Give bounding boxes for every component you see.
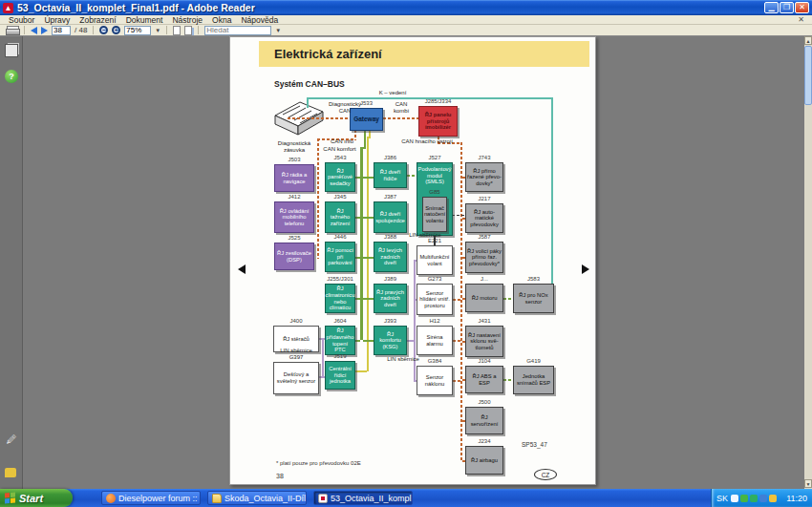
antivirus-icon[interactable] xyxy=(740,495,748,502)
menu-n-stroje[interactable]: Nástroje xyxy=(167,15,207,25)
footnote: * platí pouze pro převodovku 02E xyxy=(276,460,361,466)
toolbar-separator xyxy=(24,26,25,34)
node-j412-code: J412 xyxy=(274,194,314,200)
firefox-icon xyxy=(106,494,116,503)
diagram-edge xyxy=(322,339,324,377)
menu--pravy[interactable]: Úpravy xyxy=(39,15,75,25)
update-icon[interactable] xyxy=(759,495,767,502)
node-g273: Senzor hlídání vnitř. prostoru xyxy=(417,284,453,315)
taskbar-task-folder[interactable]: Skoda_Octavia_II-Díl... xyxy=(207,491,307,505)
zoom-out-button[interactable]: − xyxy=(99,26,108,34)
node-j743: ŘJ přímo řazené převo- dovky* xyxy=(465,162,503,192)
zoom-level-input[interactable] xyxy=(124,26,151,35)
node-j743-code: J743 xyxy=(465,155,503,160)
node-g419: Jednotka snímačů ESP xyxy=(513,366,554,394)
scroll-up-icon[interactable]: ▲ xyxy=(804,36,812,45)
fit-width-button[interactable] xyxy=(173,26,181,35)
diagram-edge xyxy=(355,257,360,259)
menu-dokument[interactable]: Dokument xyxy=(121,15,168,25)
node-j-: ŘJ motoru xyxy=(465,284,503,312)
zoom-in-button[interactable]: + xyxy=(112,26,120,34)
diagram-label: LIN sběrnice xyxy=(381,356,425,363)
zoom-dropdown-icon[interactable]: ▼ xyxy=(155,28,160,33)
node-h12: Siréna alarmu xyxy=(417,326,453,355)
node-j234-code: J234 xyxy=(465,438,503,444)
navigation-pane: ? 🖉 xyxy=(0,36,23,489)
language-indicator[interactable]: SK xyxy=(716,494,728,503)
minimize-button[interactable]: ▁ xyxy=(764,2,779,13)
fit-page-button[interactable] xyxy=(184,26,192,35)
adobe-reader-icon: ▲ xyxy=(3,3,13,13)
node-j583-code: J583 xyxy=(513,276,554,282)
next-page-button[interactable] xyxy=(41,27,48,34)
pdf-icon xyxy=(318,494,328,503)
menu-soubor[interactable]: Soubor xyxy=(4,15,39,25)
page-total-label: / 48 xyxy=(75,26,87,34)
figure-code: SP53_47 xyxy=(522,441,547,448)
node-j389-code: J389 xyxy=(374,276,407,282)
close-button[interactable]: ✕ xyxy=(795,2,809,13)
task-label: Dieselpower forum :: ... xyxy=(118,494,201,503)
node-g85-code: G85 xyxy=(422,189,447,195)
page-number: 38 xyxy=(276,473,284,479)
registration-mark-right xyxy=(582,264,589,274)
node-j393: ŘJ komfortu (KSG) xyxy=(374,326,407,355)
node-j587-code: J587 xyxy=(465,234,503,240)
taskbar-task-firefox[interactable]: Dieselpower forum :: ... xyxy=(101,491,201,505)
diagram-edge xyxy=(407,340,414,342)
diagram-edge xyxy=(453,380,460,382)
agent-icon[interactable] xyxy=(750,495,758,502)
start-button[interactable]: Start xyxy=(0,489,73,507)
node-j285-j334: ŘJ panelu přístrojů imobilizér xyxy=(418,106,458,137)
document-area: Elektrická zařízení Systém CAN–BUS J533G… xyxy=(23,36,804,489)
node-j255-j301: ŘJ climatronicu nebo climaticu xyxy=(325,284,355,313)
search-dropdown-icon[interactable]: ▼ xyxy=(275,28,281,33)
node-j388: ŘJ levých zadních dveří xyxy=(374,242,407,272)
node-j503: ŘJ rádia a navigace xyxy=(274,164,314,192)
node-j234: ŘJ airbagu xyxy=(465,446,503,475)
print-button[interactable] xyxy=(6,26,18,34)
node-j587: ŘJ volicí páky přímo řaz. převodovky* xyxy=(465,242,503,273)
diagram-edge xyxy=(367,137,369,371)
close-document-icon[interactable]: ✕ xyxy=(793,15,809,24)
pages-panel-icon[interactable] xyxy=(5,44,18,57)
scroll-down-icon[interactable]: ▼ xyxy=(804,479,812,488)
diagram-edge xyxy=(363,298,374,300)
node-j393-code: J393 xyxy=(374,318,407,324)
vertical-scrollbar[interactable]: ▲ ▼ xyxy=(804,36,812,489)
start-label: Start xyxy=(19,493,43,504)
node-j104: ŘJ ABS a ESP xyxy=(465,366,503,393)
diagram-edge xyxy=(460,142,462,461)
node-j519: Centrální řídicí jednotka xyxy=(325,361,355,390)
attachments-icon[interactable]: 🖉 xyxy=(5,433,18,446)
windows-flag-icon xyxy=(5,492,15,503)
diagram-label: CAN hnacího ústrojí xyxy=(391,138,463,145)
node-j386: ŘJ dveří řidiče xyxy=(374,162,407,188)
clock[interactable]: 11:20 xyxy=(786,494,807,503)
page-number-input[interactable] xyxy=(52,26,71,35)
messenger-icon[interactable] xyxy=(769,495,777,502)
comments-icon[interactable] xyxy=(5,468,16,477)
taskbar: Start Dieselpower forum :: ...Skoda_Octa… xyxy=(0,489,812,507)
previous-page-button[interactable] xyxy=(31,27,37,34)
node-j386-code: J386 xyxy=(374,155,407,160)
diagram-edge xyxy=(355,298,360,300)
node-j503-code: J503 xyxy=(274,157,314,162)
volume-icon[interactable] xyxy=(731,495,738,502)
menu-zobrazen-[interactable]: Zobrazení xyxy=(75,15,120,25)
maximize-button[interactable]: ❐ xyxy=(780,2,794,13)
toolbar-separator xyxy=(93,26,94,34)
node-j217: ŘJ auto- matické převodovky xyxy=(465,203,503,233)
menu-n-pov-da[interactable]: Nápověda xyxy=(236,15,283,25)
diagram-edge xyxy=(363,340,374,342)
diagram-edge xyxy=(364,130,366,148)
node-j446-code: J446 xyxy=(325,234,355,240)
diagnostic-connector-graphic xyxy=(271,100,327,138)
scrollbar-thumb[interactable] xyxy=(804,46,812,105)
node-j431-code: J431 xyxy=(465,318,503,324)
node-j431: ŘJ nastavení sklonu svě- tlometů xyxy=(465,326,503,357)
help-icon[interactable]: ? xyxy=(5,70,18,83)
search-input[interactable] xyxy=(204,26,271,35)
taskbar-task-pdf[interactable]: 53_Octavia_II_kompl... xyxy=(313,491,413,505)
menu-okna[interactable]: Okna xyxy=(207,15,236,25)
